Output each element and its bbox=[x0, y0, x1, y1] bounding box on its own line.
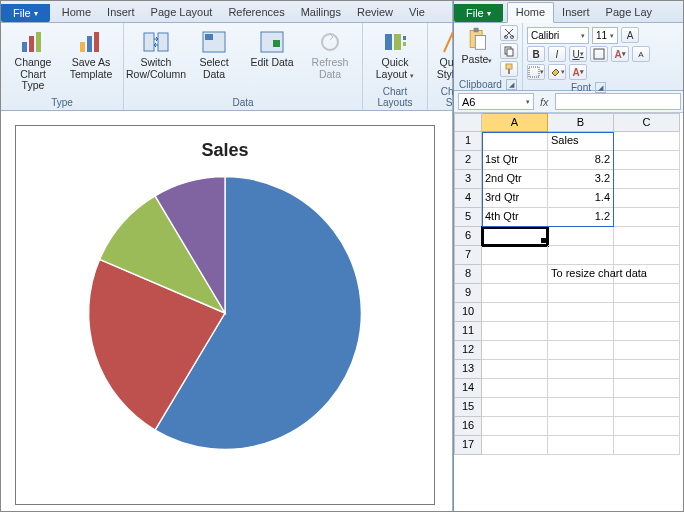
excel-file-tab[interactable]: File▾ bbox=[454, 4, 503, 22]
save-as-template-button[interactable]: Save As Template bbox=[65, 27, 117, 82]
cell-C4[interactable] bbox=[614, 189, 680, 208]
cell-B4[interactable]: 1.4 bbox=[548, 189, 614, 208]
shrink-font-button[interactable]: A bbox=[632, 46, 650, 62]
cell-A11[interactable] bbox=[482, 322, 548, 341]
format-painter-button[interactable] bbox=[500, 61, 518, 77]
excel-tab-insert[interactable]: Insert bbox=[554, 3, 598, 22]
cell-C12[interactable] bbox=[614, 341, 680, 360]
cell-B17[interactable] bbox=[548, 436, 614, 455]
font-launcher[interactable]: ◢ bbox=[595, 82, 606, 93]
fill-color-button[interactable]: ▾ bbox=[548, 64, 566, 80]
cell-C2[interactable] bbox=[614, 151, 680, 170]
border-menu-button[interactable]: ▾ bbox=[527, 64, 545, 80]
cell-B14[interactable] bbox=[548, 379, 614, 398]
col-header-B[interactable]: B bbox=[548, 113, 614, 132]
cell-B2[interactable]: 8.2 bbox=[548, 151, 614, 170]
border-button[interactable] bbox=[590, 46, 608, 62]
col-header-A[interactable]: A bbox=[482, 113, 548, 132]
cell-A13[interactable] bbox=[482, 360, 548, 379]
cell-A8[interactable] bbox=[482, 265, 548, 284]
switch-row-column-button[interactable]: Switch Row/Column bbox=[130, 27, 182, 82]
change-chart-type-button[interactable]: Change Chart Type bbox=[7, 27, 59, 94]
cell-B11[interactable] bbox=[548, 322, 614, 341]
clipboard-launcher[interactable]: ◢ bbox=[506, 79, 517, 90]
italic-button[interactable]: I bbox=[548, 46, 566, 62]
cell-A9[interactable] bbox=[482, 284, 548, 303]
cell-C14[interactable] bbox=[614, 379, 680, 398]
cell-B6[interactable] bbox=[548, 227, 614, 246]
chart-frame[interactable]: Sales bbox=[15, 125, 435, 505]
row-header-17[interactable]: 17 bbox=[454, 436, 482, 455]
cell-C16[interactable] bbox=[614, 417, 680, 436]
cell-C5[interactable] bbox=[614, 208, 680, 227]
grow-font-button[interactable]: A bbox=[621, 27, 639, 43]
cell-A10[interactable] bbox=[482, 303, 548, 322]
cell-C3[interactable] bbox=[614, 170, 680, 189]
cell-A3[interactable]: 2nd Qtr bbox=[482, 170, 548, 189]
cell-C6[interactable] bbox=[614, 227, 680, 246]
cell-B9[interactable] bbox=[548, 284, 614, 303]
tab-view[interactable]: Vie bbox=[401, 3, 433, 22]
cell-A4[interactable]: 3rd Qtr bbox=[482, 189, 548, 208]
col-header-C[interactable]: C bbox=[614, 113, 680, 132]
cell-A16[interactable] bbox=[482, 417, 548, 436]
excel-tab-pagelayout[interactable]: Page Lay bbox=[598, 3, 660, 22]
tab-review[interactable]: Review bbox=[349, 3, 401, 22]
cell-B7[interactable] bbox=[548, 246, 614, 265]
cell-C8[interactable] bbox=[614, 265, 680, 284]
row-header-3[interactable]: 3 bbox=[454, 170, 482, 189]
cell-A5[interactable]: 4th Qtr bbox=[482, 208, 548, 227]
tab-references[interactable]: References bbox=[220, 3, 292, 22]
cell-A15[interactable] bbox=[482, 398, 548, 417]
row-header-15[interactable]: 15 bbox=[454, 398, 482, 417]
row-header-13[interactable]: 13 bbox=[454, 360, 482, 379]
cell-B8[interactable]: To resize chart data bbox=[548, 265, 614, 284]
chart-title[interactable]: Sales bbox=[20, 140, 430, 161]
underline-button[interactable]: U▾ bbox=[569, 46, 587, 62]
row-header-4[interactable]: 4 bbox=[454, 189, 482, 208]
excel-tab-home[interactable]: Home bbox=[507, 2, 554, 23]
cell-A6[interactable] bbox=[482, 227, 548, 246]
copy-button[interactable] bbox=[500, 43, 518, 59]
cell-B13[interactable] bbox=[548, 360, 614, 379]
row-header-2[interactable]: 2 bbox=[454, 151, 482, 170]
fx-icon[interactable]: fx bbox=[536, 96, 553, 108]
row-header-11[interactable]: 11 bbox=[454, 322, 482, 341]
quick-layout-button[interactable]: Quick Layout ▾ bbox=[369, 27, 421, 82]
cell-C7[interactable] bbox=[614, 246, 680, 265]
cell-C17[interactable] bbox=[614, 436, 680, 455]
cell-C15[interactable] bbox=[614, 398, 680, 417]
cell-B1[interactable]: Sales bbox=[548, 132, 614, 151]
cell-C1[interactable] bbox=[614, 132, 680, 151]
cell-B3[interactable]: 3.2 bbox=[548, 170, 614, 189]
cell-A14[interactable] bbox=[482, 379, 548, 398]
cell-A7[interactable] bbox=[482, 246, 548, 265]
bold-button[interactable]: B bbox=[527, 46, 545, 62]
formula-input[interactable] bbox=[555, 93, 681, 110]
cell-A2[interactable]: 1st Qtr bbox=[482, 151, 548, 170]
row-header-10[interactable]: 10 bbox=[454, 303, 482, 322]
select-data-button[interactable]: Select Data bbox=[188, 27, 240, 82]
row-header-5[interactable]: 5 bbox=[454, 208, 482, 227]
select-all-corner[interactable] bbox=[454, 113, 482, 132]
row-header-7[interactable]: 7 bbox=[454, 246, 482, 265]
row-header-1[interactable]: 1 bbox=[454, 132, 482, 151]
tab-insert[interactable]: Insert bbox=[99, 3, 143, 22]
row-header-9[interactable]: 9 bbox=[454, 284, 482, 303]
font-color-button[interactable]: A▾ bbox=[611, 46, 629, 62]
font-size-combo[interactable]: 11▾ bbox=[592, 27, 618, 44]
file-tab[interactable]: File▾ bbox=[1, 4, 50, 22]
cell-C9[interactable] bbox=[614, 284, 680, 303]
tab-pagelayout[interactable]: Page Layout bbox=[143, 3, 221, 22]
paste-button[interactable]: Paste▾ bbox=[458, 25, 496, 77]
cell-B10[interactable] bbox=[548, 303, 614, 322]
cell-B15[interactable] bbox=[548, 398, 614, 417]
cell-B5[interactable]: 1.2 bbox=[548, 208, 614, 227]
cell-C11[interactable] bbox=[614, 322, 680, 341]
pie-chart[interactable] bbox=[20, 163, 430, 463]
row-header-12[interactable]: 12 bbox=[454, 341, 482, 360]
cell-B12[interactable] bbox=[548, 341, 614, 360]
cell-B16[interactable] bbox=[548, 417, 614, 436]
cell-A12[interactable] bbox=[482, 341, 548, 360]
cell-A17[interactable] bbox=[482, 436, 548, 455]
